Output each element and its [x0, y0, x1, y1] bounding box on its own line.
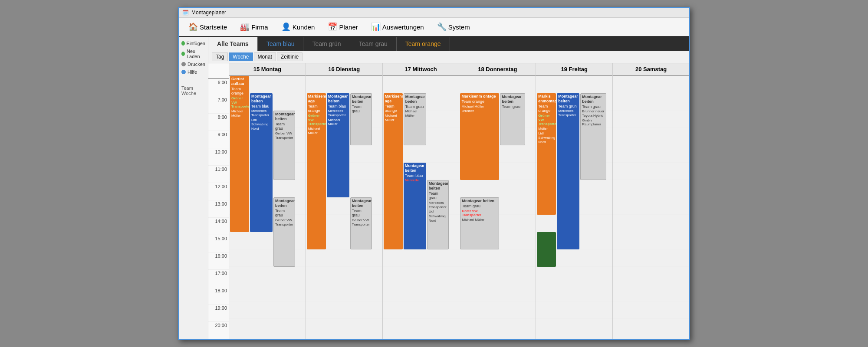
nav-firma[interactable]: 🏭 Firma	[234, 20, 274, 34]
einfugen-dot	[181, 41, 185, 46]
time-14: 14:00	[208, 218, 229, 235]
view-monat-btn[interactable]: Monat	[254, 52, 276, 61]
days-container: 15 Montag G	[229, 63, 689, 339]
time-19: 19:00	[208, 304, 229, 322]
event-tue-montage-grey[interactable]: Montagear beiten Team grau	[350, 93, 372, 145]
event-wed-markis-orange[interactable]: Markisenmont age Team orange Michael Mül…	[384, 93, 403, 249]
time-20: 20:00	[208, 322, 229, 339]
tab-team-blau[interactable]: Team blau	[258, 37, 304, 51]
time-18: 18:00	[208, 287, 229, 304]
event-mon-montage-grey2[interactable]: Montagear beiten Team grau Gelber VW Tra…	[273, 197, 295, 267]
event-mon-montage-blue[interactable]: Montagear beiten Team blau Mercedes Tran…	[250, 93, 273, 232]
kunden-icon: 👤	[281, 22, 291, 32]
view-zeitlinie-btn[interactable]: Zeitlinie	[277, 52, 302, 61]
wednesday-body: Markisenmont age Team orange Michael Mül…	[383, 76, 459, 336]
event-mon-montage-grey[interactable]: Montagear beiten Team grau Gelber VW Tra…	[273, 111, 295, 180]
time-16: 16:00	[208, 252, 229, 270]
content-area: Alle Teams Team blau Team grün Team grau…	[208, 37, 689, 339]
thursday-body: Markisenm ontage Team orange Michael Mül…	[459, 76, 536, 336]
saturday-header: 20 Samstag	[613, 63, 689, 76]
tab-team-gruen[interactable]: Team grün	[303, 37, 350, 51]
auswertungen-icon: 📊	[371, 22, 381, 32]
nav-auswertungen-label: Auswertungen	[382, 23, 424, 31]
friday-body: Markis enmontage Team orange Grüner VW T…	[536, 76, 612, 336]
nav-firma-label: Firma	[251, 23, 268, 31]
event-tue-montage-grey2[interactable]: Montagear beiten Team grau Gelber VW Tra…	[350, 197, 372, 249]
day-monday: 15 Montag G	[229, 63, 306, 339]
nav-system[interactable]: 🔧 System	[431, 20, 476, 34]
sidebar-neu-laden[interactable]: Neu Laden	[181, 47, 206, 60]
day-thursday: 18 Donnerstag Markisenm ontage	[459, 63, 536, 339]
planer-icon: 📅	[328, 22, 337, 32]
time-6: 6:00	[208, 79, 229, 96]
event-wed-montage-grey2[interactable]: Montagear beiten Team grau Mercedes Tran…	[427, 180, 449, 249]
nav-kunden-label: Kunden	[293, 23, 315, 31]
tab-alle-teams[interactable]: Alle Teams	[208, 37, 258, 51]
time-9: 9:00	[208, 131, 229, 148]
saturday-body	[613, 76, 689, 336]
main-layout: Einfügen Neu Laden Drucken Hilfe Team Wo…	[179, 37, 689, 339]
nav-planer[interactable]: 📅 Planer	[322, 20, 364, 34]
sidebar-drucken-label: Drucken	[187, 62, 205, 67]
time-15: 15:00	[208, 235, 229, 252]
app-window: 🗓️ Montageplaner 🏠 Startseite 🏭 Firma 👤 …	[178, 7, 690, 340]
time-header	[208, 63, 229, 79]
sidebar-hilfe-label: Hilfe	[187, 69, 197, 75]
event-fri-montage-blue[interactable]: Montagear beiten Team grün Mercedes Tran…	[557, 93, 579, 249]
sidebar-hilfe[interactable]: Hilfe	[181, 68, 206, 76]
event-wed-montage-blue[interactable]: Montagear beiten Team blau Mercede	[404, 163, 426, 249]
time-12: 12:00	[208, 183, 229, 200]
event-thu-markis-orange[interactable]: Markisenm ontage Team orange Michael Mül…	[460, 93, 499, 180]
wednesday-header: 17 Mittwoch	[383, 63, 459, 76]
nav-startseite-label: Startseite	[200, 23, 227, 31]
time-10: 10:00	[208, 148, 229, 166]
tab-team-orange[interactable]: Team orange	[397, 37, 450, 51]
event-thu-montage-grey2[interactable]: Montagear beiten Team grau	[500, 93, 525, 145]
day-wednesday: 17 Mittwoch Markisenmont age	[383, 63, 460, 339]
event-thu-montage-grey[interactable]: Montagear beiten Team grau Roter VW Tran…	[460, 197, 499, 249]
neu-laden-dot	[181, 52, 185, 56]
event-tue-markis-orange[interactable]: Markisenmont age Team orange Grüner VW T…	[307, 93, 326, 249]
calendar-container: 6:00 7:00 8:00 9:00 10:00 11:00 12:00 13…	[208, 63, 689, 339]
time-17: 17:00	[208, 270, 229, 287]
event-fri-montage-green[interactable]	[537, 232, 556, 267]
sidebar: Einfügen Neu Laden Drucken Hilfe Team Wo…	[179, 37, 208, 339]
time-7: 7:00	[208, 96, 229, 114]
day-tuesday: 16 Dienstag Markisenmont age	[306, 63, 383, 339]
event-fri-montage-grey[interactable]: Montagear beiten Team grau Brunner neuer…	[580, 93, 606, 180]
tuesday-header: 16 Dienstag	[306, 63, 382, 76]
sidebar-drucken[interactable]: Drucken	[181, 60, 206, 68]
sidebar-neu-laden-label: Neu Laden	[187, 49, 205, 59]
title-bar: 🗓️ Montageplaner	[179, 8, 689, 18]
app-icon: 🗓️	[182, 10, 189, 16]
tab-team-grau[interactable]: Team grau	[350, 37, 397, 51]
view-tag-btn[interactable]: Tag	[212, 52, 228, 61]
day-saturday: 20 Samstag	[613, 63, 689, 339]
monday-body: Gerüst aufbau Team orange Grüner VW Tran…	[229, 76, 306, 336]
app-title: Montageplaner	[191, 10, 226, 16]
tuesday-body: Markisenmont age Team orange Grüner VW T…	[306, 76, 382, 336]
drucken-dot	[181, 62, 186, 66]
firma-icon: 🏭	[240, 22, 250, 32]
saturday-grid	[613, 76, 689, 336]
monday-header: 15 Montag	[229, 63, 306, 76]
event-wed-montage-grey[interactable]: Montagear beiten Team grau Michael Mülle…	[404, 93, 426, 145]
nav-auswertungen[interactable]: 📊 Auswertungen	[365, 20, 430, 34]
nav-system-label: System	[448, 23, 470, 31]
nav-kunden[interactable]: 👤 Kunden	[275, 20, 321, 34]
startseite-icon: 🏠	[188, 22, 198, 32]
friday-header: 19 Freitag	[536, 63, 612, 76]
sidebar-einfugen-label: Einfügen	[187, 41, 205, 46]
time-13: 13:00	[208, 200, 229, 218]
nav-startseite[interactable]: 🏠 Startseite	[182, 20, 233, 34]
event-fri-markis-orange[interactable]: Markis enmontage Team orange Grüner VW T…	[537, 93, 556, 215]
event-mon-gerust[interactable]: Gerüst aufbau Team orange Grüner VW Tran…	[230, 76, 249, 232]
event-tue-montage-blue[interactable]: Montagear beiten Team blau Mercedes Tran…	[327, 93, 349, 197]
day-friday: 19 Freitag Markis enmontage	[536, 63, 613, 339]
time-column: 6:00 7:00 8:00 9:00 10:00 11:00 12:00 13…	[208, 63, 229, 339]
time-8: 8:00	[208, 114, 229, 131]
view-controls: Tag Woche Monat Zeitlinie	[208, 51, 689, 63]
sidebar-einfugen[interactable]: Einfügen	[181, 39, 206, 47]
thursday-header: 18 Donnerstag	[459, 63, 536, 76]
view-woche-btn[interactable]: Woche	[229, 52, 253, 61]
